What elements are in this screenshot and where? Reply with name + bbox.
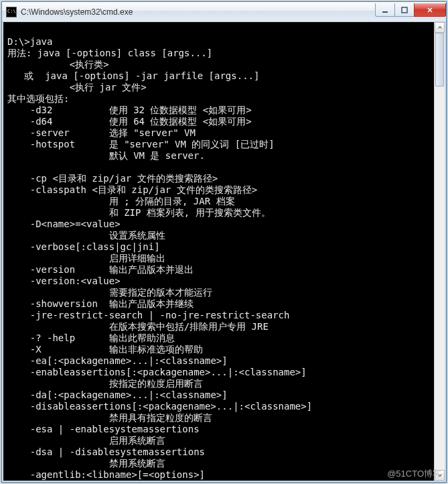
- svg-rect-0: [382, 11, 388, 13]
- window-title: C:\Windows\system32\cmd.exe: [21, 7, 133, 17]
- watermark: @51CTO博客: [387, 468, 441, 480]
- minimize-button[interactable]: [375, 3, 395, 17]
- cmd-icon: [6, 7, 17, 17]
- svg-rect-1: [402, 7, 407, 13]
- vertical-scrollbar[interactable]: [434, 22, 445, 481]
- scrollbar-thumb[interactable]: [435, 33, 444, 86]
- chevron-up-icon: [437, 25, 443, 30]
- scroll-up-button[interactable]: [435, 22, 445, 33]
- titlebar[interactable]: C:\Windows\system32\cmd.exe: [2, 2, 446, 22]
- window-controls: [376, 3, 446, 17]
- cmd-window: C:\Windows\system32\cmd.exe D:\>java 用法:…: [1, 1, 447, 483]
- minimize-icon: [382, 7, 388, 13]
- console-output[interactable]: D:\>java 用法: java [-options] class [args…: [3, 22, 434, 481]
- close-icon: [427, 7, 433, 13]
- maximize-icon: [401, 7, 408, 13]
- maximize-button[interactable]: [394, 3, 415, 17]
- close-button[interactable]: [414, 3, 446, 17]
- console-area: D:\>java 用法: java [-options] class [args…: [2, 22, 446, 482]
